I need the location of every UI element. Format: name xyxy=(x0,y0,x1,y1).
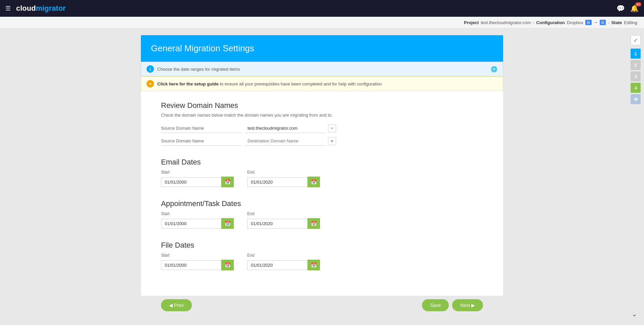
main-layout: General Migration Settings i Choose the … xyxy=(0,28,644,321)
setup-text: Click here for the setup guide to ensure… xyxy=(157,81,382,86)
file-date-row: Start 📅 End 📅 xyxy=(161,253,483,270)
email-end-input[interactable] xyxy=(247,177,308,187)
file-end-input[interactable] xyxy=(247,260,308,270)
file-end-wrap: 📅 xyxy=(247,260,320,270)
email-start-input[interactable] xyxy=(161,177,221,187)
remove-domain-btn-1[interactable]: − xyxy=(328,124,336,132)
info-icon: i xyxy=(147,65,154,73)
destination-domain-value-2[interactable] xyxy=(245,136,325,146)
file-start-cal-btn[interactable]: 📅 xyxy=(221,260,234,270)
config-label: Configuration xyxy=(536,20,565,25)
info-bar: i Choose the date ranges for migrated it… xyxy=(141,62,503,76)
file-start-group: Start 📅 xyxy=(161,253,234,270)
step-3-button[interactable]: 3 xyxy=(631,71,641,81)
email-end-group: End 📅 xyxy=(247,170,320,187)
notifications-icon[interactable]: 🔔 47 xyxy=(630,4,639,12)
file-start-wrap: 📅 xyxy=(161,260,234,270)
email-end-wrap: 📅 xyxy=(247,177,320,187)
appt-end-input[interactable] xyxy=(247,219,308,229)
header-card: General Migration Settings xyxy=(141,35,503,62)
step-2-button[interactable]: 2 xyxy=(631,60,641,70)
arrow-right-icon: → xyxy=(593,19,598,25)
white-card: Review Domain Names Check the domain nam… xyxy=(141,91,503,296)
file-end-cal-btn[interactable]: 📅 xyxy=(308,260,320,270)
page-title: General Migration Settings xyxy=(151,43,493,54)
file-dates-section: File Dates Start 📅 End 📅 xyxy=(161,241,483,270)
setup-suffix: to ensure all your prerequisites have be… xyxy=(220,81,382,86)
file-start-input[interactable] xyxy=(161,260,221,270)
chat-icon[interactable]: 💬 xyxy=(616,4,625,12)
config-value: Dropbox xyxy=(567,20,583,25)
email-dates-section: Email Dates Start 📅 End 📅 xyxy=(161,158,483,187)
info-text: Choose the date ranges for migrated item… xyxy=(157,67,240,72)
right-panel: ⤢ 1 2 3 4 ✉ xyxy=(631,32,641,104)
setup-icon: + xyxy=(147,80,154,87)
step-1-button[interactable]: 1 xyxy=(631,49,641,59)
email-start-wrap: 📅 xyxy=(161,177,234,187)
email-dates-title: Email Dates xyxy=(161,158,483,167)
source-domain-label-1[interactable] xyxy=(161,124,241,133)
logo: cloudmigrator xyxy=(16,4,66,13)
google-src-icon: G xyxy=(585,20,592,25)
state-value: Editing xyxy=(624,20,637,25)
appt-end-label: End xyxy=(247,211,320,216)
step-4-button[interactable]: 4 xyxy=(631,83,641,93)
project-label: Project xyxy=(464,20,479,25)
setup-guide-link[interactable]: Click here for the setup guide xyxy=(157,81,219,86)
separator2: › xyxy=(608,20,609,25)
separator1: › xyxy=(533,20,534,25)
domain-row-1: − xyxy=(161,124,483,133)
bottom-bar: ◀ Prev Save Next ▶ xyxy=(141,296,503,315)
email-start-group: Start 📅 xyxy=(161,170,234,187)
expand-button[interactable]: ⤢ xyxy=(631,35,641,45)
email-start-label: Start xyxy=(161,170,234,175)
state-label: State xyxy=(611,20,622,25)
top-navigation: ☰ cloudmigrator 💬 🔔 47 xyxy=(0,0,644,17)
migration-icons: G → G xyxy=(585,19,606,25)
content-area: General Migration Settings i Choose the … xyxy=(141,35,503,315)
logo-cloud: cloud xyxy=(16,4,36,13)
project-value: test.thecloudmigrator.com xyxy=(481,20,531,25)
chevron-down-icon[interactable]: ⌄ xyxy=(632,310,637,318)
setup-bar: + Click here for the setup guide to ensu… xyxy=(141,76,503,91)
appt-start-cal-btn[interactable]: 📅 xyxy=(221,218,234,229)
globe-icon[interactable]: 🌐 xyxy=(491,66,497,72)
source-domain-label-2[interactable] xyxy=(161,136,241,146)
appt-start-group: Start 📅 xyxy=(161,211,234,229)
prev-button[interactable]: ◀ Prev xyxy=(161,299,192,311)
save-button[interactable]: Save xyxy=(422,299,449,311)
appointment-dates-title: Appointment/Task Dates xyxy=(161,199,483,208)
appt-end-cal-btn[interactable]: 📅 xyxy=(308,218,320,229)
breadcrumb: Project test.thecloudmigrator.com › Conf… xyxy=(0,17,644,28)
logo-migrator: migrator xyxy=(36,4,66,13)
appointment-dates-section: Appointment/Task Dates Start 📅 End � xyxy=(161,199,483,229)
source-domain-value-1[interactable] xyxy=(245,124,325,133)
file-end-label: End xyxy=(247,253,320,258)
appt-start-input[interactable] xyxy=(161,219,221,229)
appt-end-wrap: 📅 xyxy=(247,218,320,229)
email-start-cal-btn[interactable]: 📅 xyxy=(221,177,234,187)
appointment-date-row: Start 📅 End 📅 xyxy=(161,211,483,229)
file-end-group: End 📅 xyxy=(247,253,320,270)
notification-badge: 47 xyxy=(635,2,641,6)
file-dates-title: File Dates xyxy=(161,241,483,250)
domain-section: Review Domain Names Check the domain nam… xyxy=(161,101,483,146)
hamburger-icon[interactable]: ☰ xyxy=(5,5,11,12)
add-domain-btn-2[interactable]: + xyxy=(328,137,336,145)
google-dst-icon: G xyxy=(600,20,606,25)
domain-title: Review Domain Names xyxy=(161,101,483,110)
domain-desc: Check the domain names below match the d… xyxy=(161,113,483,118)
email-date-row: Start 📅 End 📅 xyxy=(161,170,483,187)
next-button[interactable]: Next ▶ xyxy=(452,299,483,311)
appt-start-label: Start xyxy=(161,211,234,216)
next-button-group: Save Next ▶ xyxy=(422,299,483,311)
file-start-label: Start xyxy=(161,253,234,258)
send-button[interactable]: ✉ xyxy=(631,94,641,104)
email-end-label: End xyxy=(247,170,320,175)
appt-start-wrap: 📅 xyxy=(161,218,234,229)
appt-end-group: End 📅 xyxy=(247,211,320,229)
email-end-cal-btn[interactable]: 📅 xyxy=(308,177,320,187)
domain-row-2: + xyxy=(161,136,483,146)
